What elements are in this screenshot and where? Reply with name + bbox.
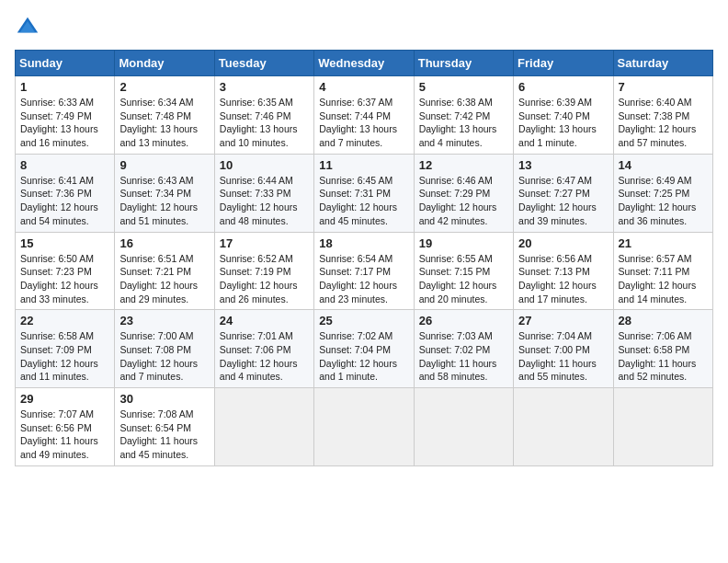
day-info: Sunrise: 6:38 AMSunset: 7:42 PMDaylight:… [419,96,508,150]
day-number: 26 [419,314,508,327]
day-number: 21 [619,236,708,250]
calendar-week-row: 15Sunrise: 6:50 AMSunset: 7:23 PMDayligh… [16,232,713,310]
day-header-tuesday: Tuesday [214,51,313,76]
day-number: 29 [20,392,109,406]
day-info: Sunrise: 7:00 AMSunset: 7:08 PMDaylight:… [119,329,209,384]
day-info: Sunrise: 6:51 AMSunset: 7:21 PMDaylight:… [119,252,209,306]
day-number: 4 [319,80,408,94]
calendar-cell: 14Sunrise: 6:49 AMSunset: 7:25 PMDayligh… [613,154,712,232]
day-number: 22 [20,314,109,327]
calendar-cell: 24Sunrise: 7:01 AMSunset: 7:06 PMDayligh… [214,310,313,388]
day-number: 7 [619,80,708,94]
calendar-cell: 21Sunrise: 6:57 AMSunset: 7:11 PMDayligh… [613,232,712,310]
day-header-friday: Friday [514,51,613,76]
calendar-cell: 27Sunrise: 7:04 AMSunset: 7:00 PMDayligh… [514,310,613,388]
day-info: Sunrise: 6:57 AMSunset: 7:11 PMDaylight:… [619,252,708,306]
day-number: 15 [20,236,109,250]
calendar-cell: 12Sunrise: 6:46 AMSunset: 7:29 PMDayligh… [414,154,513,232]
day-info: Sunrise: 7:06 AMSunset: 6:58 PMDaylight:… [619,329,708,384]
calendar-cell: 20Sunrise: 6:56 AMSunset: 7:13 PMDayligh… [514,232,613,310]
day-number: 20 [518,236,608,250]
calendar-cell: 11Sunrise: 6:45 AMSunset: 7:31 PMDayligh… [314,154,414,232]
calendar-week-row: 8Sunrise: 6:41 AMSunset: 7:36 PMDaylight… [16,154,713,232]
calendar-cell: 13Sunrise: 6:47 AMSunset: 7:27 PMDayligh… [514,154,613,232]
day-number: 5 [419,80,508,94]
calendar-cell: 4Sunrise: 6:37 AMSunset: 7:44 PMDaylight… [314,76,414,155]
day-info: Sunrise: 7:01 AMSunset: 7:06 PMDaylight:… [220,329,309,384]
calendar-cell: 16Sunrise: 6:51 AMSunset: 7:21 PMDayligh… [115,232,214,310]
day-number: 10 [220,158,309,172]
calendar-cell: 28Sunrise: 7:06 AMSunset: 6:58 PMDayligh… [613,310,712,388]
day-info: Sunrise: 6:45 AMSunset: 7:31 PMDaylight:… [319,174,408,228]
calendar-cell [314,388,414,466]
day-number: 11 [319,158,408,172]
day-number: 14 [619,158,708,172]
day-number: 18 [319,236,408,250]
calendar-week-row: 29Sunrise: 7:07 AMSunset: 6:56 PMDayligh… [16,388,713,466]
calendar-cell: 3Sunrise: 6:35 AMSunset: 7:46 PMDaylight… [214,76,313,155]
day-number: 27 [518,314,608,327]
calendar-cell [613,388,712,466]
calendar-cell: 9Sunrise: 6:43 AMSunset: 7:34 PMDaylight… [115,154,214,232]
day-info: Sunrise: 7:08 AMSunset: 6:54 PMDaylight:… [119,408,209,462]
calendar-cell: 10Sunrise: 6:44 AMSunset: 7:33 PMDayligh… [214,154,313,232]
day-number: 16 [119,236,209,250]
day-number: 8 [20,158,109,172]
day-info: Sunrise: 6:54 AMSunset: 7:17 PMDaylight:… [319,252,408,306]
day-info: Sunrise: 6:55 AMSunset: 7:15 PMDaylight:… [419,252,508,306]
day-info: Sunrise: 6:52 AMSunset: 7:19 PMDaylight:… [220,252,309,306]
logo [15,15,44,40]
calendar-table: SundayMondayTuesdayWednesdayThursdayFrid… [15,50,713,466]
day-info: Sunrise: 7:07 AMSunset: 6:56 PMDaylight:… [20,408,109,462]
day-info: Sunrise: 7:03 AMSunset: 7:02 PMDaylight:… [419,329,508,384]
day-info: Sunrise: 6:40 AMSunset: 7:38 PMDaylight:… [619,96,708,150]
day-header-sunday: Sunday [16,51,115,76]
calendar-cell: 18Sunrise: 6:54 AMSunset: 7:17 PMDayligh… [314,232,414,310]
day-info: Sunrise: 6:50 AMSunset: 7:23 PMDaylight:… [20,252,109,306]
calendar-cell: 2Sunrise: 6:34 AMSunset: 7:48 PMDaylight… [115,76,214,155]
day-number: 2 [119,80,209,94]
day-number: 24 [220,314,309,327]
calendar-cell [514,388,613,466]
day-header-monday: Monday [115,51,214,76]
day-info: Sunrise: 7:02 AMSunset: 7:04 PMDaylight:… [319,329,408,384]
calendar-cell: 1Sunrise: 6:33 AMSunset: 7:49 PMDaylight… [16,76,115,155]
day-header-saturday: Saturday [613,51,712,76]
calendar-cell: 7Sunrise: 6:40 AMSunset: 7:38 PMDaylight… [613,76,712,155]
day-header-thursday: Thursday [414,51,513,76]
day-number: 12 [419,158,508,172]
calendar-cell: 29Sunrise: 7:07 AMSunset: 6:56 PMDayligh… [16,388,115,466]
day-number: 19 [419,236,508,250]
day-info: Sunrise: 6:47 AMSunset: 7:27 PMDaylight:… [518,174,608,228]
day-number: 13 [518,158,608,172]
day-info: Sunrise: 6:39 AMSunset: 7:40 PMDaylight:… [518,96,608,150]
day-info: Sunrise: 6:49 AMSunset: 7:25 PMDaylight:… [619,174,708,228]
day-number: 9 [119,158,209,172]
calendar-cell: 30Sunrise: 7:08 AMSunset: 6:54 PMDayligh… [115,388,214,466]
day-number: 25 [319,314,408,327]
day-info: Sunrise: 6:58 AMSunset: 7:09 PMDaylight:… [20,329,109,384]
day-info: Sunrise: 6:35 AMSunset: 7:46 PMDaylight:… [220,96,309,150]
calendar-week-row: 22Sunrise: 6:58 AMSunset: 7:09 PMDayligh… [16,310,713,388]
day-number: 23 [119,314,209,327]
day-info: Sunrise: 6:41 AMSunset: 7:36 PMDaylight:… [20,174,109,228]
day-info: Sunrise: 6:33 AMSunset: 7:49 PMDaylight:… [20,96,109,150]
calendar-cell: 26Sunrise: 7:03 AMSunset: 7:02 PMDayligh… [414,310,513,388]
day-info: Sunrise: 6:46 AMSunset: 7:29 PMDaylight:… [419,174,508,228]
calendar-cell: 8Sunrise: 6:41 AMSunset: 7:36 PMDaylight… [16,154,115,232]
day-number: 3 [220,80,309,94]
day-header-wednesday: Wednesday [314,51,414,76]
logo-icon [15,15,40,40]
calendar-header-row: SundayMondayTuesdayWednesdayThursdayFrid… [16,51,713,76]
calendar-cell: 25Sunrise: 7:02 AMSunset: 7:04 PMDayligh… [314,310,414,388]
calendar-cell: 23Sunrise: 7:00 AMSunset: 7:08 PMDayligh… [115,310,214,388]
calendar-cell: 6Sunrise: 6:39 AMSunset: 7:40 PMDaylight… [514,76,613,155]
day-number: 30 [119,392,209,406]
day-number: 6 [518,80,608,94]
calendar-week-row: 1Sunrise: 6:33 AMSunset: 7:49 PMDaylight… [16,76,713,155]
calendar-cell [214,388,313,466]
calendar-cell: 5Sunrise: 6:38 AMSunset: 7:42 PMDaylight… [414,76,513,155]
day-info: Sunrise: 6:34 AMSunset: 7:48 PMDaylight:… [119,96,209,150]
day-number: 28 [619,314,708,327]
calendar-cell: 15Sunrise: 6:50 AMSunset: 7:23 PMDayligh… [16,232,115,310]
